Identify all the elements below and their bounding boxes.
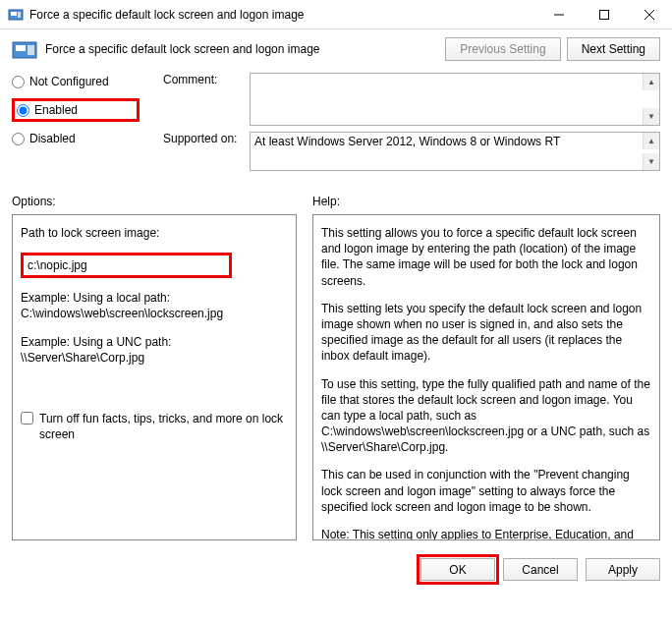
example1: Example: Using a local path:C:\windows\w… — [21, 290, 288, 321]
radio-enabled-input[interactable] — [17, 104, 29, 117]
scroll-up-icon[interactable]: ▲ — [643, 133, 659, 149]
comment-block: Comment: ▲ ▼ Supported on: At least Wind… — [163, 73, 660, 177]
enabled-highlight: Enabled — [12, 98, 140, 122]
radio-disabled-input[interactable] — [12, 133, 25, 145]
radio-enabled[interactable]: Enabled — [17, 103, 78, 117]
help-p2: This setting lets you specify the defaul… — [321, 301, 651, 365]
scroll-down-icon[interactable]: ▼ — [643, 153, 659, 170]
footer: OK Cancel Apply — [0, 548, 672, 591]
setting-icon — [12, 38, 37, 60]
options-column: Options: Path to lock screen image: Exam… — [12, 195, 297, 540]
radio-disabled-label: Disabled — [29, 132, 76, 145]
maximize-button[interactable] — [582, 0, 627, 29]
radio-not-configured-label: Not Configured — [29, 75, 109, 88]
options-box: Path to lock screen image: Example: Usin… — [12, 214, 297, 540]
fun-facts-checkbox[interactable] — [21, 412, 33, 425]
comment-text[interactable] — [251, 74, 643, 125]
supported-scrollbar[interactable]: ▲ ▼ — [643, 133, 659, 170]
state-radios: Not Configured Enabled Disabled — [12, 73, 140, 177]
scroll-down-icon[interactable]: ▼ — [643, 108, 659, 125]
title-bar: Force a specific default lock screen and… — [0, 0, 672, 29]
svg-rect-9 — [28, 45, 34, 55]
close-button[interactable] — [627, 0, 672, 29]
help-column: Help: This setting allows you to force a… — [312, 195, 660, 540]
svg-rect-1 — [11, 12, 17, 16]
help-p1: This setting allows you to force a speci… — [321, 225, 651, 289]
state-row: Not Configured Enabled Disabled Comment: — [12, 73, 660, 177]
help-box: This setting allows you to force a speci… — [312, 214, 660, 540]
content-area: Force a specific default lock screen and… — [0, 29, 672, 548]
path-label: Path to lock screen image: — [21, 225, 288, 241]
next-setting-button[interactable]: Next Setting — [567, 37, 660, 61]
comment-scrollbar[interactable]: ▲ ▼ — [643, 74, 659, 125]
minimize-button[interactable] — [536, 0, 582, 29]
svg-rect-2 — [18, 12, 21, 18]
radio-enabled-label: Enabled — [34, 103, 78, 117]
options-label: Options: — [12, 195, 297, 208]
header-row: Force a specific default lock screen and… — [12, 37, 660, 61]
cancel-button[interactable]: Cancel — [503, 558, 578, 581]
comment-textarea[interactable]: ▲ ▼ — [250, 73, 660, 126]
supported-text: At least Windows Server 2012, Windows 8 … — [251, 133, 643, 170]
help-p4: This can be used in conjunction with the… — [321, 467, 651, 515]
help-p5: Note: This setting only applies to Enter… — [321, 527, 651, 540]
setting-title: Force a specific default lock screen and… — [45, 42, 439, 56]
svg-rect-4 — [600, 10, 609, 19]
radio-not-configured-input[interactable] — [12, 76, 25, 88]
scroll-up-icon[interactable]: ▲ — [643, 74, 659, 90]
supported-textarea: At least Windows Server 2012, Windows 8 … — [250, 132, 660, 171]
comment-label: Comment: — [163, 73, 250, 126]
help-p3: To use this setting, type the fully qual… — [321, 376, 651, 456]
example2: Example: Using a UNC path:\\Server\Share… — [21, 334, 288, 366]
apply-button[interactable]: Apply — [586, 558, 660, 581]
ok-button[interactable]: OK — [420, 558, 495, 581]
radio-not-configured[interactable]: Not Configured — [12, 75, 140, 88]
supported-label: Supported on: — [163, 132, 250, 171]
app-icon — [8, 7, 24, 23]
radio-disabled[interactable]: Disabled — [12, 132, 140, 145]
window-title: Force a specific default lock screen and… — [29, 8, 536, 22]
help-label: Help: — [312, 195, 660, 208]
svg-rect-8 — [16, 45, 26, 51]
checkbox-row[interactable]: Turn off fun facts, tips, tricks, and mo… — [21, 411, 288, 442]
previous-setting-button[interactable]: Previous Setting — [445, 37, 560, 61]
panels: Options: Path to lock screen image: Exam… — [12, 195, 660, 540]
fun-facts-label: Turn off fun facts, tips, tricks, and mo… — [39, 411, 288, 442]
path-input[interactable] — [21, 253, 232, 278]
